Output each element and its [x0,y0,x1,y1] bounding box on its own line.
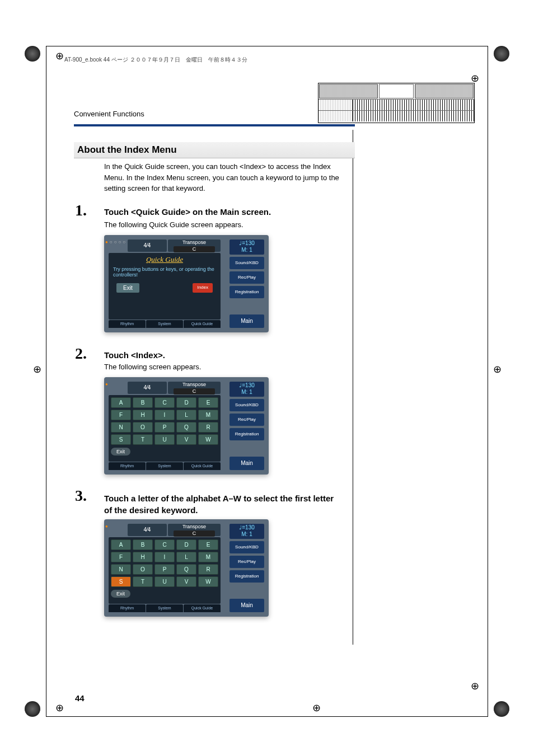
index-key-t[interactable]: T [133,576,153,587]
index-key-a[interactable]: A [111,397,131,408]
printer-mark-bl [25,701,40,717]
index-key-o[interactable]: O [133,564,153,575]
index-key-v[interactable]: V [176,576,196,587]
index-key-b[interactable]: B [133,539,153,550]
index-key-r[interactable]: R [198,422,218,433]
index-key-o[interactable]: O [133,422,153,433]
quick-guide-message: Try pressing buttons or keys, or operati… [111,266,218,278]
subsection-heading: About the Index Menu [74,142,355,158]
step-subtext: The following screen appears. [104,363,201,371]
sound-kbd-button[interactable]: Sound/KBD [229,257,264,269]
sound-kbd-button[interactable]: Sound/KBD [229,399,264,411]
index-panel: A B C D E F H I L M N O P Q R S [109,395,221,462]
index-key-h[interactable]: H [133,552,153,562]
tab-system[interactable]: System [146,604,183,612]
index-key-u[interactable]: U [154,576,175,587]
index-key-q[interactable]: Q [176,422,196,433]
printer-mark-tr [494,46,509,62]
rec-play-button[interactable]: Rec/Play [229,414,264,426]
intro-paragraph: In the Quick Guide screen, you can touch… [104,161,345,194]
main-button[interactable]: Main [229,599,264,612]
index-key-e[interactable]: E [198,397,218,408]
index-key-u[interactable]: U [154,434,175,445]
time-signature: 4⁄4 [128,240,167,252]
index-key-w[interactable]: W [198,576,218,587]
tab-system[interactable]: System [146,462,183,470]
section-divider [74,124,355,126]
index-key-f[interactable]: F [111,552,131,562]
index-key-t[interactable]: T [133,434,153,445]
index-key-f[interactable]: F [111,410,131,420]
index-key-r[interactable]: R [198,564,218,575]
index-key-s[interactable]: S [111,434,131,445]
step-title: Touch a letter of the alphabet A–W to se… [104,492,339,516]
sound-kbd-button[interactable]: Sound/KBD [229,541,264,553]
measure-value: M: 1 [229,247,264,253]
index-key-s[interactable]: S [111,576,131,587]
time-signature: 4⁄4 [128,524,167,536]
index-key-b[interactable]: B [133,397,153,408]
index-key-c[interactable]: C [154,539,175,550]
registration-button[interactable]: Registration [229,286,264,298]
quick-guide-panel: Quick Guide Try pressing buttons or keys… [109,253,221,320]
index-key-e[interactable]: E [198,539,218,550]
index-key-d[interactable]: D [176,397,196,408]
tempo-display: ♩=130 M: 1 [229,524,264,539]
index-key-n[interactable]: N [111,564,131,575]
registration-button[interactable]: Registration [229,428,264,440]
tab-quick-guide[interactable]: Quick Guide [184,320,221,328]
index-key-h[interactable]: H [133,410,153,420]
index-key-q[interactable]: Q [176,564,196,575]
tab-rhythm[interactable]: Rhythm [109,604,146,612]
index-key-w[interactable]: W [198,434,218,445]
transpose-display: Transpose C [168,382,221,394]
index-menu-selected-screenshot: ● 4⁄4 Transpose C A B C D E F H I L M [104,519,269,617]
tempo-value: ♩=130 [229,240,264,247]
index-key-m[interactable]: M [198,410,218,420]
transpose-value: C [174,246,215,252]
index-key-v[interactable]: V [176,434,196,445]
index-key-c[interactable]: C [154,397,175,408]
tab-rhythm[interactable]: Rhythm [109,462,146,470]
registration-mark-icon: ⊕ [491,364,503,375]
printer-mark-br [494,701,509,717]
main-button[interactable]: Main [229,314,264,328]
transpose-value: C [174,530,215,537]
index-key-i[interactable]: I [154,410,175,420]
index-key-m[interactable]: M [198,552,218,562]
rec-play-button[interactable]: Rec/Play [229,271,264,284]
index-button[interactable]: Index [193,283,213,293]
indicator-dots-icon: ● [105,524,110,529]
measure-value: M: 1 [229,531,264,538]
exit-button[interactable]: Exit [116,283,139,293]
tempo-value: ♩=130 [229,524,264,531]
time-signature: 4⁄4 [128,382,167,394]
tempo-value: ♩=130 [229,382,264,389]
index-key-l[interactable]: L [176,410,196,420]
tab-quick-guide[interactable]: Quick Guide [184,462,221,470]
rec-play-button[interactable]: Rec/Play [229,556,264,568]
index-key-p[interactable]: P [154,564,175,575]
step-title: Touch <Quick Guide> on the Main screen. [104,207,271,217]
exit-button[interactable]: Exit [111,448,130,456]
transpose-display: Transpose C [168,524,221,536]
step-number: 3. [75,487,87,505]
tempo-display: ♩=130 M: 1 [229,382,264,397]
exit-button[interactable]: Exit [111,590,130,598]
index-key-a[interactable]: A [111,539,131,550]
device-layout-diagram [318,83,475,123]
index-key-d[interactable]: D [176,539,196,550]
index-key-l[interactable]: L [176,552,196,562]
page-number: 44 [75,693,85,703]
column-divider [353,130,353,645]
main-button[interactable]: Main [229,457,264,470]
document-header: AT-900_e.book 44 ページ ２００７年９月７日 金曜日 午前８時４… [64,56,247,64]
tab-system[interactable]: System [146,320,183,328]
transpose-label: Transpose [182,382,206,387]
index-key-n[interactable]: N [111,422,131,433]
tab-rhythm[interactable]: Rhythm [109,320,146,328]
index-key-i[interactable]: I [154,552,175,562]
registration-button[interactable]: Registration [229,570,264,583]
index-key-p[interactable]: P [154,422,175,433]
tab-quick-guide[interactable]: Quick Guide [184,604,221,612]
